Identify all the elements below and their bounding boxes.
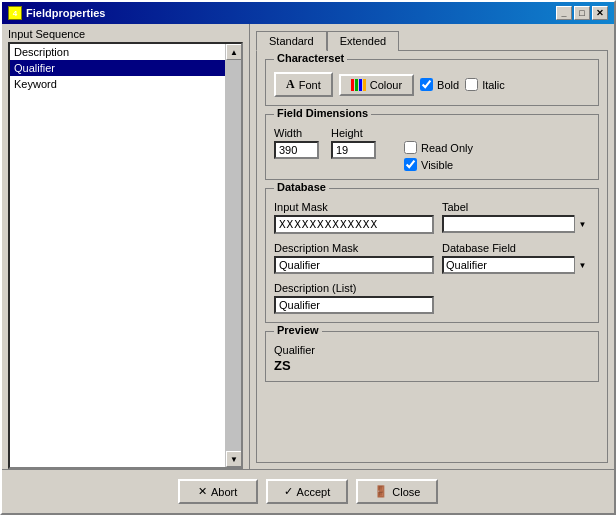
font-button[interactable]: A Font [274,72,333,97]
abort-button[interactable]: ✕ Abort [178,479,258,504]
italic-checkbox[interactable] [465,78,478,91]
main-window: 4 Fieldproperties _ □ ✕ Input Sequence D… [0,0,616,515]
read-only-checkbox[interactable] [404,141,417,154]
font-button-label: Font [299,79,321,91]
bold-checkbox[interactable] [420,78,433,91]
colour-button[interactable]: Colour [339,74,414,96]
right-panel: Standard Extended Characterset A Font [250,24,614,469]
list-box: Description Qualifier Keyword ▲ ▼ [8,42,243,469]
colour-button-label: Colour [370,79,402,91]
window-title: Fieldproperties [26,7,105,19]
input-mask-label: Input Mask [274,201,434,213]
preview-section: Preview Qualifier ZS [265,331,599,382]
left-panel: Input Sequence Description Qualifier Key… [2,24,250,469]
preview-content: Qualifier ZS [274,344,590,373]
description-mask-input[interactable] [274,256,434,274]
field-dimensions-row: Width Height Read Only [274,127,590,171]
title-bar: 4 Fieldproperties _ □ ✕ [2,2,614,24]
list-item-qualifier[interactable]: Qualifier [10,60,225,76]
list-scrollbar[interactable]: ▲ ▼ [225,44,241,467]
italic-checkbox-row: Italic [465,78,505,91]
scroll-up-button[interactable]: ▲ [226,44,242,60]
close-label: Close [392,486,420,498]
title-buttons: _ □ ✕ [556,6,608,20]
list-items: Description Qualifier Keyword [10,44,225,467]
close-button[interactable]: 🚪 Close [356,479,438,504]
tab-standard[interactable]: Standard [256,31,327,51]
input-sequence-label: Input Sequence [2,24,249,42]
minimize-button[interactable]: _ [556,6,572,20]
characterset-title: Characterset [274,52,347,64]
abort-icon: ✕ [198,485,207,498]
tabel-label: Tabel [442,201,590,213]
bold-label: Bold [437,79,459,91]
tab-content: Characterset A Font [256,50,608,463]
database-grid: Input Mask XXXXXXXXXXXXX Tabel ▼ [274,201,590,314]
bottom-bar: ✕ Abort ✓ Accept 🚪 Close [2,469,614,513]
maximize-button[interactable]: □ [574,6,590,20]
list-container: Description Qualifier Keyword ▲ ▼ [2,42,249,469]
preview-value: ZS [274,358,590,373]
field-dimensions-section: Field Dimensions Width Height [265,114,599,180]
scroll-thumb[interactable] [226,60,241,451]
accept-label: Accept [297,486,331,498]
field-dimensions-title: Field Dimensions [274,107,371,119]
description-list-input[interactable] [274,296,434,314]
tab-extended[interactable]: Extended [327,31,399,51]
accept-button[interactable]: ✓ Accept [266,479,349,504]
scroll-down-button[interactable]: ▼ [226,451,242,467]
height-group: Height [331,127,376,159]
colour-icon [351,79,366,91]
italic-label: Italic [482,79,505,91]
close-icon: 🚪 [374,485,388,498]
tabel-field: Tabel ▼ [442,201,590,234]
description-list-label: Description (List) [274,282,434,294]
tabel-select-wrapper: ▼ [442,215,590,233]
width-input[interactable] [274,141,319,159]
preview-field-name: Qualifier [274,344,590,356]
abort-label: Abort [211,486,237,498]
input-mask-field: Input Mask XXXXXXXXXXXXX [274,201,434,234]
input-mask-value[interactable]: XXXXXXXXXXXXX [274,215,434,234]
title-bar-text: 4 Fieldproperties [8,6,105,20]
content-area: Input Sequence Description Qualifier Key… [2,24,614,469]
font-icon: A [286,77,295,92]
database-field-label: Database Field [442,242,590,254]
list-item-description[interactable]: Description [10,44,225,60]
accept-icon: ✓ [284,485,293,498]
database-field-select[interactable]: Qualifier [442,256,590,274]
read-only-label: Read Only [421,142,473,154]
charset-row: A Font Colour [274,72,590,97]
description-mask-field: Description Mask [274,242,434,274]
height-input[interactable] [331,141,376,159]
bold-checkbox-row: Bold [420,78,459,91]
database-field-select-wrapper: Qualifier ▼ [442,256,590,274]
visible-label: Visible [421,159,453,171]
description-mask-label: Description Mask [274,242,434,254]
database-field-group: Database Field Qualifier ▼ [442,242,590,274]
visible-checkbox[interactable] [404,158,417,171]
characterset-section: Characterset A Font [265,59,599,106]
width-label: Width [274,127,319,139]
tabel-select[interactable] [442,215,590,233]
visible-row: Visible [404,158,473,171]
width-group: Width [274,127,319,159]
window-icon: 4 [8,6,22,20]
description-list-field: Description (List) [274,282,434,314]
list-item-keyword[interactable]: Keyword [10,76,225,92]
close-button[interactable]: ✕ [592,6,608,20]
read-only-row: Read Only [404,141,473,154]
tab-bar: Standard Extended [256,30,608,50]
preview-title: Preview [274,324,322,336]
database-title: Database [274,181,329,193]
options-group: Read Only Visible [404,141,473,171]
height-label: Height [331,127,376,139]
database-section: Database Input Mask XXXXXXXXXXXXX Tabel [265,188,599,323]
